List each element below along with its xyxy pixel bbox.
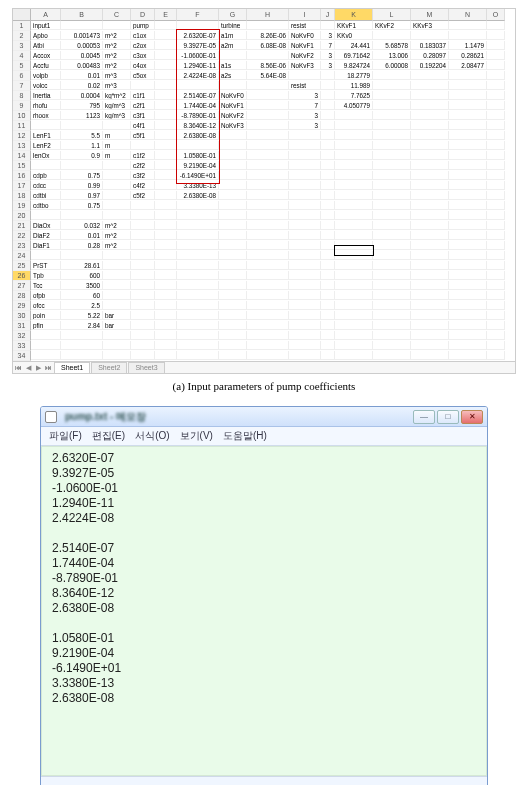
cell-G21[interactable]: [219, 221, 247, 230]
cell-J21[interactable]: [321, 221, 335, 230]
cell-C20[interactable]: [103, 211, 131, 220]
cell-L24[interactable]: [373, 251, 411, 260]
cell-J8[interactable]: [321, 91, 335, 100]
row-header-8[interactable]: 8: [13, 91, 31, 101]
cell-N29[interactable]: [449, 301, 487, 310]
cell-D27[interactable]: [131, 281, 155, 290]
cell-I16[interactable]: [289, 171, 321, 180]
cell-D23[interactable]: [131, 241, 155, 250]
cell-J33[interactable]: [321, 341, 335, 350]
cell-N31[interactable]: [449, 321, 487, 330]
cell-A14[interactable]: lenOx: [31, 151, 61, 160]
cell-F14[interactable]: 1.0580E-01: [177, 151, 219, 160]
cell-F9[interactable]: 1.7440E-04: [177, 101, 219, 110]
cell-L12[interactable]: [373, 131, 411, 140]
cell-K5[interactable]: 9.824724: [335, 61, 373, 70]
cell-B5[interactable]: 0.00483: [61, 61, 103, 70]
menu-item[interactable]: 편집(E): [92, 429, 125, 443]
cell-F27[interactable]: [177, 281, 219, 290]
cell-K30[interactable]: [335, 311, 373, 320]
cell-B32[interactable]: [61, 331, 103, 340]
cell-I2[interactable]: NoKvF0: [289, 31, 321, 40]
cell-B29[interactable]: 2.5: [61, 301, 103, 310]
cell-L17[interactable]: [373, 181, 411, 190]
cell-C32[interactable]: [103, 331, 131, 340]
col-header-D[interactable]: D: [131, 9, 155, 21]
cell-B3[interactable]: 0.00053: [61, 41, 103, 50]
row-header-4[interactable]: 4: [13, 51, 31, 61]
row-header-5[interactable]: 5: [13, 61, 31, 71]
cell-O32[interactable]: [487, 331, 505, 340]
cell-H19[interactable]: [247, 201, 289, 210]
row-header-30[interactable]: 30: [13, 311, 31, 321]
cell-C11[interactable]: [103, 121, 131, 130]
cell-B26[interactable]: 600: [61, 271, 103, 280]
cell-O24[interactable]: [487, 251, 505, 260]
cell-L20[interactable]: [373, 211, 411, 220]
cell-B27[interactable]: 3500: [61, 281, 103, 290]
cell-I27[interactable]: [289, 281, 321, 290]
col-header-K[interactable]: K: [335, 9, 373, 21]
cell-N22[interactable]: [449, 231, 487, 240]
cell-D25[interactable]: [131, 261, 155, 270]
cell-M30[interactable]: [411, 311, 449, 320]
cell-N6[interactable]: [449, 71, 487, 80]
cell-N34[interactable]: [449, 351, 487, 360]
cell-J29[interactable]: [321, 301, 335, 310]
cell-N24[interactable]: [449, 251, 487, 260]
cell-K4[interactable]: 69.71642: [335, 51, 373, 60]
cell-J34[interactable]: [321, 351, 335, 360]
cell-O27[interactable]: [487, 281, 505, 290]
cell-O16[interactable]: [487, 171, 505, 180]
cell-A29[interactable]: ofcc: [31, 301, 61, 310]
cell-D4[interactable]: c3ox: [131, 51, 155, 60]
cell-G29[interactable]: [219, 301, 247, 310]
cell-K22[interactable]: [335, 231, 373, 240]
minimize-button[interactable]: —: [413, 410, 435, 424]
cell-N26[interactable]: [449, 271, 487, 280]
cell-A17[interactable]: cdcc: [31, 181, 61, 190]
cell-N30[interactable]: [449, 311, 487, 320]
cell-L33[interactable]: [373, 341, 411, 350]
cell-O6[interactable]: [487, 71, 505, 80]
cell-G14[interactable]: [219, 151, 247, 160]
cell-I23[interactable]: [289, 241, 321, 250]
cell-H4[interactable]: [247, 51, 289, 60]
cell-N23[interactable]: [449, 241, 487, 250]
cell-M24[interactable]: [411, 251, 449, 260]
row-header-15[interactable]: 15: [13, 161, 31, 171]
cell-E25[interactable]: [155, 261, 177, 270]
cell-G10[interactable]: NoKvF2: [219, 111, 247, 120]
cell-B7[interactable]: 0.02: [61, 81, 103, 90]
cell-K8[interactable]: 7.7625: [335, 91, 373, 100]
cell-E19[interactable]: [155, 201, 177, 210]
cell-I22[interactable]: [289, 231, 321, 240]
cell-B23[interactable]: 0.28: [61, 241, 103, 250]
cell-N10[interactable]: [449, 111, 487, 120]
tab-nav-last[interactable]: ⏭: [43, 363, 53, 373]
row-header-21[interactable]: 21: [13, 221, 31, 231]
col-header-C[interactable]: C: [103, 9, 131, 21]
cell-I29[interactable]: [289, 301, 321, 310]
cell-L32[interactable]: [373, 331, 411, 340]
tab-nav-next[interactable]: ▶: [33, 363, 43, 373]
cell-K16[interactable]: [335, 171, 373, 180]
cell-C2[interactable]: m^2: [103, 31, 131, 40]
cell-N17[interactable]: [449, 181, 487, 190]
cell-H5[interactable]: 8.56E-06: [247, 61, 289, 70]
cell-H15[interactable]: [247, 161, 289, 170]
cell-K25[interactable]: [335, 261, 373, 270]
cell-O18[interactable]: [487, 191, 505, 200]
cell-M21[interactable]: [411, 221, 449, 230]
cell-G1[interactable]: turbine: [219, 21, 247, 30]
cell-J15[interactable]: [321, 161, 335, 170]
cell-J18[interactable]: [321, 191, 335, 200]
cell-L30[interactable]: [373, 311, 411, 320]
cell-C31[interactable]: bar: [103, 321, 131, 330]
col-header-L[interactable]: L: [373, 9, 411, 21]
cell-G20[interactable]: [219, 211, 247, 220]
cell-D15[interactable]: c2f2: [131, 161, 155, 170]
cell-C24[interactable]: [103, 251, 131, 260]
cell-M16[interactable]: [411, 171, 449, 180]
cell-M31[interactable]: [411, 321, 449, 330]
